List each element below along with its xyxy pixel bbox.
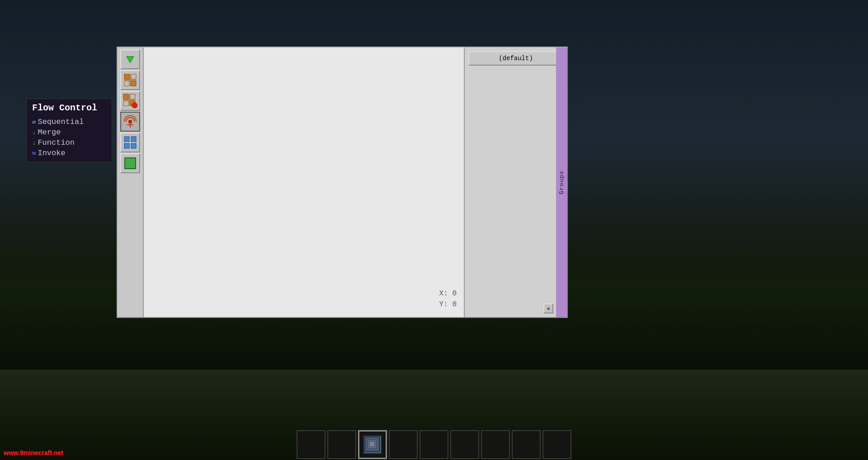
menu-item-invoke[interactable]: ⇆ Invoke <box>32 148 106 158</box>
svg-rect-19 <box>124 143 129 148</box>
svg-rect-7 <box>123 94 128 99</box>
sequential-label: Sequential <box>38 118 84 126</box>
svg-rect-18 <box>131 137 136 142</box>
svg-rect-3 <box>124 81 129 86</box>
dialog-window: X: 0 Y: 0 (default) Groups ✕ <box>117 47 568 318</box>
svg-rect-17 <box>124 137 129 142</box>
sequential-icon <box>123 136 137 149</box>
invoke-menu-icon: ⇆ <box>32 149 36 157</box>
groups-tab[interactable]: Groups <box>556 47 567 317</box>
close-icon: ✕ <box>547 305 550 312</box>
svg-point-13 <box>132 103 137 108</box>
sequential-menu-icon: ⇄ <box>32 118 36 126</box>
grid-orange-icon <box>124 74 137 86</box>
svg-rect-8 <box>130 94 135 99</box>
function-menu-icon: ↓ <box>32 139 36 147</box>
overlay-left <box>0 0 117 460</box>
watermark-text: www.9minecraft.net <box>4 449 63 456</box>
btn-green[interactable] <box>120 153 140 173</box>
svg-rect-14 <box>129 120 132 123</box>
overlay-top <box>117 0 568 47</box>
svg-rect-1 <box>124 74 129 79</box>
btn-import[interactable] <box>120 49 140 69</box>
overlay-right <box>568 0 868 460</box>
tooltip-menu: Flow Control ⇄ Sequential ↓ Merge ↓ Func… <box>26 99 112 162</box>
menu-item-sequential[interactable]: ⇄ Sequential <box>32 117 106 127</box>
merge-menu-icon: ↓ <box>32 129 36 136</box>
default-button[interactable]: (default) <box>468 51 563 66</box>
btn-flow[interactable] <box>120 112 140 132</box>
watermark: www.9minecraft.net <box>4 449 63 456</box>
svg-marker-0 <box>127 57 134 63</box>
svg-rect-2 <box>131 74 136 79</box>
function-label: Function <box>38 138 75 147</box>
coordinates: X: 0 Y: 0 <box>439 288 457 310</box>
flow-icon <box>123 115 137 128</box>
invoke-label: Invoke <box>38 149 65 157</box>
merge-label: Merge <box>38 128 61 137</box>
right-panel: (default) Groups ✕ <box>464 47 567 317</box>
menu-item-function[interactable]: ↓ Function <box>32 138 106 148</box>
x-coord: X: 0 <box>439 288 457 299</box>
menu-item-merge[interactable]: ↓ Merge <box>32 127 106 138</box>
tooltip-title: Flow Control <box>32 103 106 113</box>
btn-grid1[interactable] <box>120 70 140 90</box>
grid-red-icon <box>123 94 137 108</box>
svg-rect-20 <box>131 143 136 148</box>
btn-sequential[interactable] <box>120 133 140 152</box>
groups-label: Groups <box>558 171 565 194</box>
green-square-icon <box>124 157 137 170</box>
btn-grid2[interactable] <box>120 91 140 111</box>
arrow-down-icon <box>125 54 136 65</box>
y-coord: Y: 0 <box>439 299 457 310</box>
close-button[interactable]: ✕ <box>543 304 553 313</box>
svg-rect-4 <box>131 81 136 86</box>
overlay-bottom <box>117 318 568 460</box>
toolbar <box>118 47 144 317</box>
svg-rect-24 <box>125 158 136 169</box>
canvas-area[interactable]: X: 0 Y: 0 <box>144 47 464 317</box>
svg-rect-9 <box>123 101 128 106</box>
